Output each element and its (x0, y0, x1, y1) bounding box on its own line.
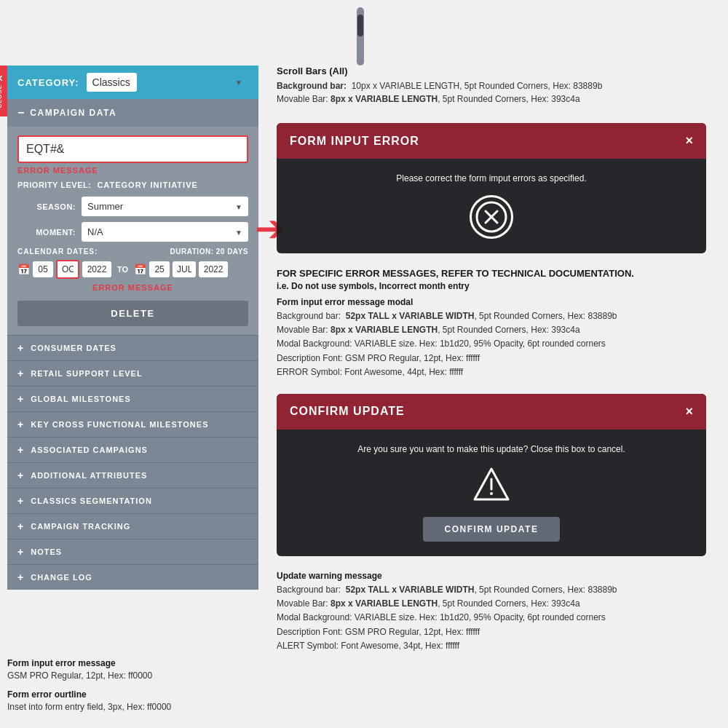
error-modal-header: FORM INPUT ERROR × (277, 123, 706, 159)
form-input-wrapper (17, 135, 248, 163)
form-error-modal: FORM INPUT ERROR × Please correct the fo… (277, 123, 706, 253)
calendar-error-message: ERROR MESSAGE (17, 283, 248, 292)
error-doc-section: FOR SPECIFIC ERROR MESSAGES, REFER TO TE… (277, 268, 706, 379)
confirm-doc-desc1: Background bar: 52px TALL x VARIABLE WID… (277, 583, 706, 597)
input-error-message: ERROR MESSAGE (17, 166, 248, 175)
category-select-wrapper: Classics Modern Vintage Heritage (87, 73, 248, 92)
classics-segmentation-section[interactable]: + CLASSICS SEGMENTATION (7, 488, 258, 513)
campaign-data-header[interactable]: − CAMPAIGN DATA (7, 99, 258, 127)
moment-select-wrapper: N/A Option 1 Option 2 (82, 222, 248, 242)
date-to-day[interactable] (149, 261, 170, 277)
date-inputs: 📅 TO 📅 (17, 260, 248, 279)
additional-attributes-section[interactable]: + ADDITIONAL ATTRIBUTES (7, 462, 258, 488)
consumer-dates-section[interactable]: + CONSUMER DATES (7, 335, 258, 360)
form-input-doc-desc1: Background bar: 52px TALL x VARIABLE WID… (277, 309, 706, 323)
notes-section[interactable]: + NOTES (7, 539, 258, 564)
change-log-label: CHANGE LOG (31, 573, 92, 582)
close-button[interactable]: ✕ CLOSE (0, 66, 7, 116)
form-input-doc-desc4: Description Font: GSM PRO Regular, 12pt,… (277, 352, 706, 365)
scroll-bars-movable-desc: Movable Bar: 8px x VARIABLE LENGTH, 5pt … (277, 92, 706, 106)
confirm-doc-section: Update warning message Background bar: 5… (277, 571, 706, 653)
change-log-section[interactable]: + CHANGE LOG (7, 564, 258, 590)
priority-row: PRIORITY LEVEL: CATEGORY INITIATIVE (17, 181, 248, 189)
collapse-icon: − (17, 106, 24, 119)
left-panel: ✕ CLOSE CATEGORY: Classics Modern Vintag… (7, 66, 258, 590)
global-milestones-label: GLOBAL MILESTONES (31, 395, 131, 403)
error-note-title: Form input error message (7, 658, 258, 668)
retail-support-section[interactable]: + RETAIL SUPPORT LEVEL (7, 360, 258, 386)
plus-icon: + (17, 495, 23, 507)
key-cross-label: KEY CROSS FUNCTIONAL MILESTONES (31, 420, 208, 429)
confirm-doc-desc4: Description Font: GSM PRO Regular, 12pt,… (277, 625, 706, 639)
form-input-doc-desc2: Movable Bar: 8px x VARIABLE LENGTH, 5pt … (277, 323, 706, 337)
priority-value: CATEGORY INITIATIVE (97, 181, 197, 189)
campaign-data-label: CAMPAIGN DATA (30, 108, 116, 118)
calendar-to-icon: 📅 (134, 264, 146, 275)
date-from-month[interactable] (56, 260, 79, 279)
confirm-modal-title: CONFIRM UPDATE (290, 405, 405, 418)
date-from-year[interactable] (82, 261, 111, 277)
category-select[interactable]: Classics Modern Vintage Heritage (87, 73, 137, 92)
notes-label: NOTES (31, 547, 62, 556)
confirm-doc-title: Update warning message (277, 571, 706, 581)
retail-support-label: RETAIL SUPPORT LEVEL (31, 369, 142, 378)
error-modal-description: Please correct the form imput errors as … (290, 173, 693, 183)
season-select-wrapper: Summer Winter Spring Fall (82, 197, 248, 216)
error-doc-title-line1: FOR SPECIFIC ERROR MESSAGES, REFER TO TE… (277, 268, 706, 279)
error-doc-title-line2: i.e. Do not use symbols, Incorrect month… (277, 281, 706, 291)
right-panel: Scroll Bars (All) Background bar: 10px x… (277, 66, 706, 653)
plus-icon: + (17, 368, 23, 379)
season-label: SEASON: (17, 202, 76, 211)
key-cross-section[interactable]: + KEY CROSS FUNCTIONAL MILESTONES (7, 411, 258, 437)
associated-campaigns-section[interactable]: + ASSOCIATED CAMPAIGNS (7, 437, 258, 462)
calendar-from-icon: 📅 (17, 264, 30, 275)
plus-icon: + (17, 393, 23, 405)
form-area: ERROR MESSAGE PRIORITY LEVEL: CATEGORY I… (7, 127, 258, 335)
confirm-doc-desc3: Modal Background: VARIABLE size. Hex: 1b… (277, 611, 706, 625)
additional-attributes-label: ADDITIONAL ATTRIBUTES (31, 471, 147, 480)
form-input-doc-desc5: ERROR Symbol: Font Awesome, 44pt, Hex: f… (277, 365, 706, 379)
confirm-modal-close[interactable]: × (685, 404, 693, 419)
close-label: CLOSE (0, 84, 3, 108)
moment-select[interactable]: N/A Option 1 Option 2 (82, 222, 248, 242)
duration-text: DURATION: 20 DAYS (170, 248, 248, 256)
priority-key: PRIORITY LEVEL: (17, 181, 91, 189)
outline-note-title: Form error ourtline (7, 689, 258, 700)
to-text: TO (117, 265, 128, 274)
error-symbol (470, 195, 513, 239)
plus-icon: + (17, 419, 23, 430)
error-modal-close[interactable]: × (685, 133, 693, 149)
calendar-row: CALENDAR DATES: DURATION: 20 DAYS 📅 TO 📅 (17, 248, 248, 279)
confirm-doc-desc5: ALERT Symbol: Font Awesome, 34pt, Hex: f… (277, 639, 706, 653)
error-note-body: GSM PRO Regular, 12pt, Hex: ff0000 (7, 670, 258, 682)
scroll-bar-movable (357, 15, 363, 36)
date-to-month[interactable] (173, 261, 196, 277)
global-milestones-section[interactable]: + GLOBAL MILESTONES (7, 386, 258, 411)
error-modal-title: FORM INPUT ERROR (290, 135, 419, 148)
plus-icon: + (17, 444, 23, 456)
season-row: SEASON: Summer Winter Spring Fall (17, 197, 248, 216)
campaign-name-input[interactable] (19, 137, 247, 162)
alert-symbol (290, 466, 693, 510)
season-select[interactable]: Summer Winter Spring Fall (82, 197, 248, 216)
svg-point-5 (490, 492, 493, 495)
campaign-tracking-label: CAMPAIGN TRACKING (31, 522, 130, 531)
campaign-tracking-section[interactable]: + CAMPAIGN TRACKING (7, 513, 258, 539)
scroll-bars-bg-desc: Background bar: 10px x VARIABLE LENGTH, … (277, 79, 706, 92)
scroll-bars-title: Scroll Bars (All) (277, 66, 706, 76)
date-to-year[interactable] (199, 261, 228, 277)
confirm-update-button[interactable]: CONFIRM UPDATE (423, 517, 561, 542)
bottom-notes: Form input error message GSM PRO Regular… (7, 658, 258, 721)
classics-segmentation-label: CLASSICS SEGMENTATION (31, 496, 152, 505)
moment-label: MOMENT: (17, 228, 76, 237)
sections-list: + CONSUMER DATES + RETAIL SUPPORT LEVEL … (7, 335, 258, 590)
date-from-day[interactable] (33, 261, 53, 277)
category-label: CATEGORY: (17, 77, 79, 88)
plus-icon: + (17, 342, 23, 354)
plus-icon: + (17, 470, 23, 481)
moment-row: MOMENT: N/A Option 1 Option 2 (17, 222, 248, 242)
plus-icon: + (17, 571, 23, 583)
delete-button[interactable]: DELETE (17, 301, 248, 326)
form-input-doc-desc3: Modal Background: VARIABLE size. Hex: 1b… (277, 337, 706, 351)
calendar-title: CALENDAR DATES: (17, 248, 98, 256)
